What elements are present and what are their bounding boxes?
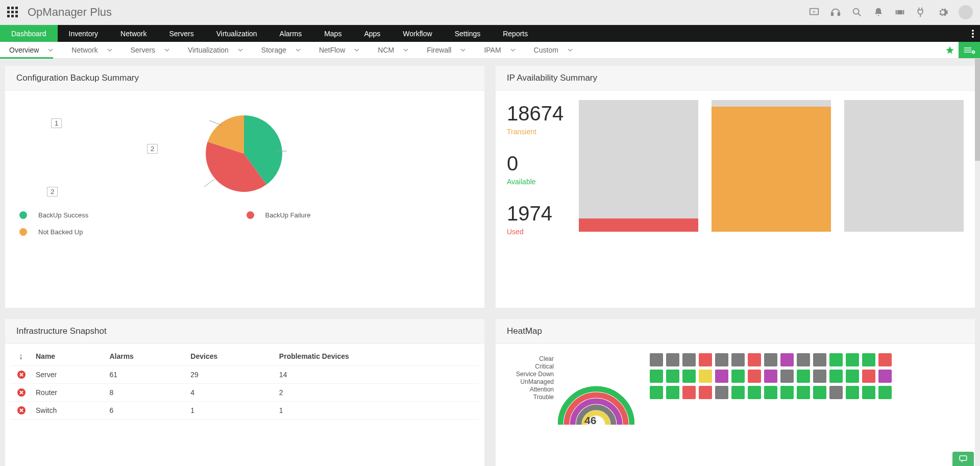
heatmap-cell[interactable] [829,370,843,383]
heatmap-cell[interactable] [748,386,761,399]
heatmap-cell[interactable] [780,353,794,366]
nav-inventory[interactable]: Inventory [58,25,110,42]
nav-workflow[interactable]: Workflow [391,25,443,42]
col-problematic[interactable]: Problematic Devices [276,347,479,366]
heatmap-cell[interactable] [731,386,745,399]
heatmap-cell[interactable] [813,353,826,366]
heatmap-cell[interactable] [682,386,696,399]
topbar: OpManager Plus [0,0,980,25]
heatmap-cell[interactable] [715,370,728,383]
heatmap-cell[interactable] [846,353,859,366]
gear-icon[interactable] [937,7,948,18]
heatmap-cell[interactable] [650,370,663,383]
heatmap-cell[interactable] [829,386,843,399]
battery-icon[interactable] [894,7,905,18]
bell-icon[interactable] [873,7,884,18]
heatmap-cell[interactable] [666,370,679,383]
present-icon[interactable] [808,7,820,18]
heatmap-cell[interactable] [780,370,794,383]
nav-alarms[interactable]: Alarms [268,25,313,42]
heatmap-cell[interactable] [699,370,712,383]
heatmap-cell[interactable] [764,386,777,399]
heatmap-cell[interactable] [715,386,728,399]
heatmap-cell[interactable] [829,353,843,366]
nav-reports[interactable]: Reports [492,25,539,42]
heatmap-cell[interactable] [797,386,810,399]
heatmap-cell[interactable] [780,386,794,399]
sort-column[interactable] [10,347,33,366]
subnav-network[interactable]: Network [62,42,121,58]
subnav-netflow[interactable]: NetFlow [310,42,369,58]
heatmap-cell[interactable] [797,353,810,366]
avatar[interactable] [959,5,973,19]
sub-nav: Overview Network Servers Virtualization … [0,42,980,59]
heatmap-cell[interactable] [715,353,728,366]
heatmap-cell[interactable] [731,353,745,366]
nav-network[interactable]: Network [109,25,158,42]
table-row[interactable]: Router 8 4 2 [10,383,479,401]
subnav-virtualization[interactable]: Virtualization [179,42,252,58]
heatmap-cell[interactable] [666,386,679,399]
nav-virtualization[interactable]: Virtualization [205,25,268,42]
infra-table: Name Alarms Devices Problematic Devices … [10,347,479,420]
heatmap-cell[interactable] [862,353,875,366]
heatmap-cell[interactable] [650,353,663,366]
heatmap-cell[interactable] [666,353,679,366]
headset-icon[interactable] [830,7,841,18]
heatmap-cell[interactable] [797,370,810,383]
subnav-ipam[interactable]: IPAM [475,42,524,58]
arc-label: Service Down [507,371,554,378]
heatmap-cell[interactable] [699,353,712,366]
heatmap-cell[interactable] [846,386,859,399]
col-alarms[interactable]: Alarms [106,347,187,366]
table-row[interactable]: Switch 6 1 1 [10,401,479,419]
subnav-storage[interactable]: Storage [252,42,310,58]
add-widget-button[interactable] [959,42,980,58]
nav-apps[interactable]: Apps [353,25,391,42]
nav-more-icon[interactable] [966,25,980,42]
scrollbar[interactable] [975,59,980,161]
svg-rect-15 [960,456,967,460]
heatmap-cell[interactable] [862,386,875,399]
heatmap-cell[interactable] [650,386,663,399]
chat-icon[interactable] [952,452,974,466]
heatmap-cell[interactable] [878,353,892,366]
subnav-servers[interactable]: Servers [121,42,179,58]
plugin-icon[interactable] [916,7,927,18]
heatmap-cell[interactable] [878,370,892,383]
search-icon[interactable] [851,7,863,18]
heatmap-cell[interactable] [682,353,696,366]
heatmap-cell[interactable] [813,370,826,383]
nav-settings[interactable]: Settings [444,25,492,42]
pie-legend: BackUp Success BackUp Failure Not Backed… [16,211,473,245]
sort-icon [18,353,23,360]
nav-dashboard[interactable]: Dashboard [0,25,58,42]
heatmap-cell[interactable] [764,353,777,366]
heatmap-cell[interactable] [846,370,859,383]
heatmap-cell[interactable] [748,353,761,366]
heatmap-cell[interactable] [682,370,696,383]
subnav-custom[interactable]: Custom [525,42,582,58]
heatmap-cell[interactable] [862,370,875,383]
nav-servers[interactable]: Servers [158,25,205,42]
col-devices[interactable]: Devices [187,347,276,366]
cell-problematic: 14 [276,365,479,383]
heatmap-cell[interactable] [764,370,777,383]
heatmap-cell[interactable] [748,370,761,383]
subnav-overview[interactable]: Overview [0,42,62,58]
subnav-firewall[interactable]: Firewall [418,42,475,58]
apps-grid-icon[interactable] [7,7,18,18]
col-name[interactable]: Name [33,347,106,366]
error-icon [17,371,26,379]
heatmap-cell[interactable] [878,386,892,399]
bar-transient [712,100,831,232]
heatmap-cell[interactable] [699,386,712,399]
heatmap-cell[interactable] [813,386,826,399]
subnav-label: IPAM [484,46,501,54]
heatmap-cell[interactable] [731,370,745,383]
favorite-icon[interactable] [941,42,959,58]
ip-bars [579,100,964,232]
nav-maps[interactable]: Maps [313,25,353,42]
table-row[interactable]: Server 61 29 14 [10,365,479,383]
subnav-ncm[interactable]: NCM [369,42,418,58]
